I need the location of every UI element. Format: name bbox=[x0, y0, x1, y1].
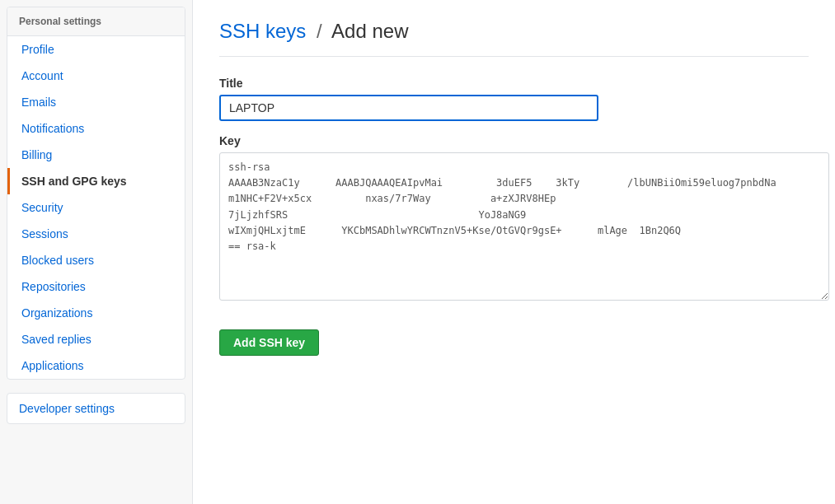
add-ssh-key-button[interactable]: Add SSH key bbox=[219, 329, 319, 356]
title-group: Title bbox=[219, 77, 809, 121]
key-group: Key ssh-rsa AAAAB3NzaC1y AAABJQAAAQEAIpv… bbox=[219, 134, 809, 303]
sidebar-main-section: Personal settings Profile Account Emails… bbox=[7, 7, 185, 380]
sidebar-item-sessions[interactable]: Sessions bbox=[7, 221, 185, 247]
sidebar-item-applications[interactable]: Applications bbox=[7, 352, 185, 379]
sidebar-header: Personal settings bbox=[7, 7, 185, 36]
sidebar-item-account[interactable]: Account bbox=[7, 63, 185, 89]
breadcrumb-separator: / bbox=[317, 20, 322, 42]
breadcrumb-link[interactable]: SSH keys bbox=[219, 20, 306, 42]
sidebar-dev-section: Developer settings bbox=[7, 393, 185, 424]
sidebar-item-ssh-gpg[interactable]: SSH and GPG keys bbox=[7, 168, 185, 194]
sidebar-item-emails[interactable]: Emails bbox=[7, 89, 185, 115]
sidebar-item-repositories[interactable]: Repositories bbox=[7, 273, 185, 300]
key-textarea[interactable]: ssh-rsa AAAAB3NzaC1y AAABJQAAAQEAIpvMai … bbox=[219, 152, 829, 301]
page-title: SSH keys / Add new bbox=[219, 20, 408, 43]
sidebar-item-profile[interactable]: Profile bbox=[7, 36, 185, 63]
sidebar-item-security[interactable]: Security bbox=[7, 194, 185, 221]
sidebar-item-notifications[interactable]: Notifications bbox=[7, 115, 185, 142]
sidebar-item-billing[interactable]: Billing bbox=[7, 142, 185, 168]
title-label: Title bbox=[219, 77, 809, 90]
page-header: SSH keys / Add new bbox=[219, 20, 809, 57]
sidebar-item-saved-replies[interactable]: Saved replies bbox=[7, 326, 185, 352]
sidebar-item-developer-settings[interactable]: Developer settings bbox=[7, 394, 185, 423]
sidebar-item-organizations[interactable]: Organizations bbox=[7, 300, 185, 326]
title-input[interactable] bbox=[219, 95, 598, 121]
sidebar: Personal settings Profile Account Emails… bbox=[0, 0, 193, 504]
main-content: SSH keys / Add new Title Key ssh-rsa AAA… bbox=[193, 0, 835, 504]
sidebar-item-blocked-users[interactable]: Blocked users bbox=[7, 247, 185, 273]
key-label: Key bbox=[219, 134, 809, 147]
breadcrumb-current: Add new bbox=[331, 20, 408, 42]
